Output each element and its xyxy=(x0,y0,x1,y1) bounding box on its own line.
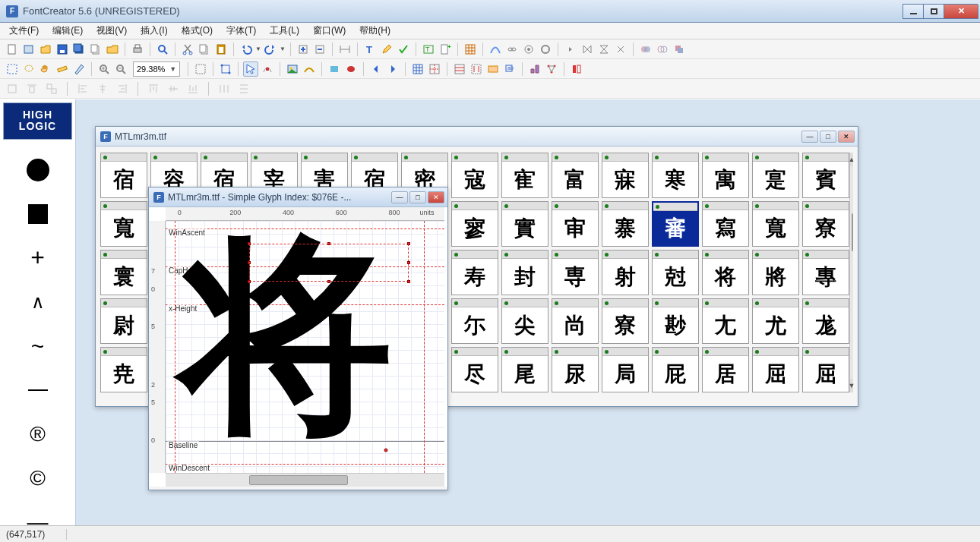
palette-plus-icon[interactable]: + xyxy=(24,244,52,272)
print-icon[interactable] xyxy=(130,42,145,57)
menu-font[interactable]: 字体(T) xyxy=(223,23,259,39)
maximize-button[interactable] xyxy=(923,4,944,19)
rect-tool-icon[interactable] xyxy=(327,61,342,77)
glyph-cell[interactable]: 射 xyxy=(602,250,649,295)
palette-registered-icon[interactable]: ® xyxy=(24,421,52,448)
test-icon[interactable]: T xyxy=(421,42,436,57)
pen-icon[interactable] xyxy=(71,61,87,77)
overview-close-button[interactable]: ✕ xyxy=(838,131,855,143)
close-button[interactable] xyxy=(944,4,978,19)
minimize-button[interactable] xyxy=(903,4,924,19)
glyph-cell[interactable]: 尭 xyxy=(100,347,147,392)
glyph-cell[interactable]: 寬 xyxy=(752,201,799,247)
subtract-icon[interactable] xyxy=(672,42,687,57)
align-top-icon2[interactable] xyxy=(146,81,161,96)
menu-window[interactable]: 窗口(W) xyxy=(310,23,349,39)
distribute-h-icon[interactable] xyxy=(217,81,232,96)
info-icon[interactable]: + xyxy=(438,42,453,57)
glyph-cell[interactable]: 寥 xyxy=(451,201,498,247)
preview-icon[interactable] xyxy=(485,61,501,77)
export-icon[interactable] xyxy=(296,42,311,57)
metrics-icon[interactable] xyxy=(337,42,352,57)
glyph-cell[interactable]: 寮 xyxy=(602,298,649,344)
overview-titlebar[interactable]: F MTLmr3m.ttf — □ ✕ xyxy=(96,127,858,147)
image-icon[interactable] xyxy=(285,61,300,77)
editor-close-button[interactable]: ✕ xyxy=(428,191,444,203)
glyph-cell[interactable]: 局 xyxy=(602,347,649,392)
fill-indicator-icon[interactable] xyxy=(569,61,584,77)
lasso-icon[interactable] xyxy=(21,61,36,77)
glyph-cell[interactable]: 尾 xyxy=(501,347,548,392)
glyph-cell[interactable]: 寨 xyxy=(602,201,649,247)
import-icon[interactable] xyxy=(312,42,327,57)
editor-titlebar[interactable]: F MTLmr3m.ttf - Simple Glyph Index: $076… xyxy=(149,187,447,207)
overview-scrollbar[interactable]: ▲ ▼ xyxy=(849,153,853,392)
menu-tools[interactable]: 工具(L) xyxy=(267,23,302,39)
new-project-icon[interactable] xyxy=(21,42,36,57)
snap-icon[interactable] xyxy=(218,61,233,77)
cut-icon[interactable] xyxy=(180,42,195,57)
glyph-cell[interactable]: 尢 xyxy=(702,298,749,344)
flip-v-icon[interactable] xyxy=(596,42,612,57)
bearings-icon[interactable] xyxy=(469,61,484,77)
align-top-icon[interactable] xyxy=(24,81,40,96)
grid-icon[interactable] xyxy=(410,61,425,77)
glyph-canvas[interactable]: WinAscent CapHeight x-Height Baseline Wi… xyxy=(166,221,444,473)
fit-window-icon[interactable] xyxy=(193,61,208,77)
distribute-v-icon[interactable] xyxy=(236,81,251,96)
palette-copyright-icon[interactable]: © xyxy=(24,465,52,492)
glyph-cell[interactable]: 居 xyxy=(702,347,749,392)
link-icon[interactable] xyxy=(504,42,520,57)
glyph-cell[interactable]: 封 xyxy=(501,250,548,295)
curve-icon[interactable] xyxy=(488,42,503,57)
glyph-cell[interactable]: 宿 xyxy=(100,153,147,198)
menu-help[interactable]: 帮助(H) xyxy=(356,23,394,39)
overview-minimize-button[interactable]: — xyxy=(801,131,818,143)
editor-minimize-button[interactable]: — xyxy=(391,191,408,203)
glyph-cell[interactable]: 將 xyxy=(752,250,799,295)
zoom-combo[interactable]: 29.38% ▼ xyxy=(133,61,180,77)
glyph-cell[interactable]: 尓 xyxy=(451,298,498,344)
nodes-view-icon[interactable] xyxy=(544,61,559,77)
measure-icon[interactable] xyxy=(55,61,70,77)
copy-icon[interactable] xyxy=(88,42,103,57)
zoom-out-icon[interactable] xyxy=(113,61,128,77)
group-icon[interactable] xyxy=(44,81,59,96)
text-icon[interactable]: T xyxy=(362,42,378,57)
glyph-cell[interactable]: 實 xyxy=(501,201,548,247)
glyph-cell[interactable]: 專 xyxy=(802,250,849,295)
glyph-cell[interactable]: 尖 xyxy=(501,298,548,344)
check-icon[interactable] xyxy=(396,42,411,57)
editor-maximize-button[interactable]: □ xyxy=(409,191,426,203)
folder-open-icon[interactable] xyxy=(105,42,120,57)
flip-h-icon[interactable] xyxy=(580,42,595,57)
palette-line-icon[interactable] xyxy=(24,377,52,404)
glyph-cell[interactable]: 尤 xyxy=(752,298,799,344)
glyph-cell[interactable]: 富 xyxy=(552,153,599,198)
glyph-cell[interactable]: 尉 xyxy=(100,298,147,344)
glyph-cell[interactable]: 寐 xyxy=(602,153,649,198)
glyph-cell[interactable]: 寬 xyxy=(100,201,147,247)
glyph-cell[interactable]: 屈 xyxy=(752,347,799,392)
guides-icon[interactable] xyxy=(427,61,442,77)
editor-scroll-thumb[interactable] xyxy=(249,475,348,485)
curve-tool-icon[interactable] xyxy=(302,61,317,77)
glyph-cell[interactable]: 屁 xyxy=(652,347,699,392)
glyph-editor-window[interactable]: F MTLmr3m.ttf - Simple Glyph Index: $076… xyxy=(148,187,448,490)
save-icon[interactable] xyxy=(55,42,70,57)
align-bottom-icon[interactable] xyxy=(185,81,201,96)
prev-glyph-icon[interactable] xyxy=(368,61,384,77)
glyph-cell[interactable]: 审 xyxy=(552,201,599,247)
glyph-cell[interactable]: 尅 xyxy=(652,250,699,295)
menu-file[interactable]: 文件(F) xyxy=(6,23,42,39)
metrics-view-icon[interactable] xyxy=(452,61,467,77)
select-rect-icon[interactable] xyxy=(5,61,20,77)
glyph-cell[interactable]: 寫 xyxy=(702,201,749,247)
menu-insert[interactable]: 插入(I) xyxy=(138,23,170,39)
next-glyph-icon[interactable] xyxy=(385,61,400,77)
tables-icon[interactable] xyxy=(463,42,478,57)
glyph-cell[interactable]: 寿 xyxy=(451,250,498,295)
menu-format[interactable]: 格式(O) xyxy=(179,23,216,39)
glyph-cell[interactable]: 尽 xyxy=(451,347,498,392)
scroll-thumb[interactable] xyxy=(852,213,853,251)
